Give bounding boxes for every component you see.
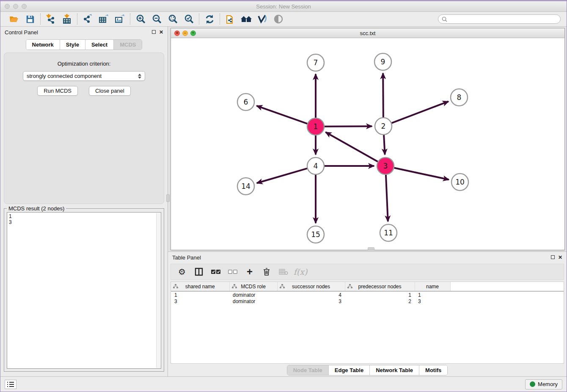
graph-edge[interactable] [386, 175, 388, 221]
import-table-icon[interactable] [61, 14, 73, 25]
tab-mcds[interactable]: MCDS [114, 40, 142, 50]
tab-network-table[interactable]: Network Table [370, 365, 419, 375]
graph-node-label: 15 [311, 230, 320, 239]
open-session-icon[interactable] [8, 14, 20, 25]
graph-edge[interactable] [326, 132, 378, 161]
graph-node-label: 7 [314, 58, 318, 67]
search-icon [442, 17, 447, 22]
copy-network-icon[interactable] [224, 14, 236, 25]
close-panel-icon[interactable]: ✕ [159, 30, 163, 35]
float-table-panel-icon[interactable] [551, 255, 555, 260]
table-tabs: Node Table Edge Table Network Table Moti… [287, 365, 448, 375]
network-window-titlebar[interactable]: ✕ − + scc.txt [171, 28, 564, 38]
graph-node-label: 8 [457, 93, 462, 102]
table-cell[interactable]: 4 [277, 291, 345, 298]
mcds-options-panel: Optimization criterion: strongly connect… [4, 52, 164, 204]
column-header-label: successor nodes [292, 284, 330, 290]
graph-edge[interactable] [256, 106, 307, 124]
table-cell[interactable]: 3 [415, 298, 450, 305]
save-session-icon[interactable] [24, 14, 36, 25]
graph-edge[interactable] [257, 168, 307, 183]
table-panel-title: Table Panel [172, 254, 201, 261]
graph-node-label: 14 [241, 182, 250, 190]
column-header[interactable]: name [415, 282, 450, 291]
table-settings-icon[interactable]: ⚙ [177, 267, 187, 277]
style-toggle-icon[interactable] [256, 14, 268, 25]
column-header[interactable]: predecessor nodes [345, 282, 415, 291]
graph-node-label: 6 [244, 98, 248, 106]
network-splitter-grip[interactable] [368, 247, 374, 250]
result-scrollbar[interactable] [156, 213, 160, 368]
node-table[interactable]: shared nameMCDS rolesuccessor nodesprede… [171, 282, 564, 364]
search-box[interactable] [438, 14, 561, 24]
result-line: 1 [9, 213, 159, 219]
column-header[interactable]: MCDS role [229, 282, 277, 291]
network-canvas[interactable]: 7968124314101511 [171, 38, 564, 250]
table-row[interactable]: 1dominator411 [171, 291, 564, 298]
memory-button[interactable]: Memory [525, 379, 562, 389]
app-title: Session: New Session [0, 3, 567, 10]
table-cell[interactable]: 1 [415, 291, 450, 298]
mcds-result-text[interactable]: 13 [7, 212, 161, 369]
task-history-icon[interactable] [5, 380, 17, 389]
deselect-all-columns-icon[interactable] [228, 267, 238, 277]
home-view-icon[interactable] [240, 14, 252, 25]
tab-edge-table[interactable]: Edge Table [329, 365, 370, 375]
table-cell[interactable]: 3 [277, 298, 345, 305]
zoom-in-icon[interactable] [135, 14, 146, 25]
export-network-icon[interactable] [82, 14, 94, 25]
panel-splitter-grip[interactable] [166, 194, 170, 202]
graph-node-label: 3 [383, 162, 388, 170]
column-header[interactable]: successor nodes [277, 282, 345, 291]
criterion-dropdown[interactable]: strongly connected component [23, 71, 145, 81]
export-image-icon[interactable] [114, 14, 126, 25]
export-table-icon[interactable] [98, 14, 110, 25]
graph-edge[interactable] [384, 135, 385, 155]
application-window: Session: New Session [0, 0, 567, 392]
select-all-columns-icon[interactable] [211, 267, 221, 277]
tab-motifs[interactable]: Motifs [419, 365, 447, 375]
graph-edge[interactable] [394, 168, 449, 179]
tab-select[interactable]: Select [85, 40, 114, 50]
table-toolbar: ⚙ + f [171, 264, 564, 280]
graph-edge[interactable] [383, 73, 383, 117]
app-titlebar: Session: New Session [0, 0, 567, 12]
visibility-toggle-icon [272, 14, 284, 25]
add-column-icon[interactable]: + [245, 267, 255, 277]
table-cell[interactable]: 3 [171, 298, 229, 305]
network-graph[interactable]: 7968124314101511 [171, 38, 564, 250]
table-row[interactable]: 3dominator323 [171, 298, 564, 305]
table-cell[interactable]: 1 [171, 291, 229, 298]
criterion-dropdown-value: strongly connected component [27, 73, 102, 79]
column-layout-icon[interactable] [194, 267, 204, 277]
graph-edge[interactable] [392, 102, 449, 123]
tab-style[interactable]: Style [60, 40, 85, 50]
graph-node-label: 11 [384, 229, 393, 237]
zoom-fit-icon[interactable] [167, 14, 179, 25]
zoom-selected-icon[interactable] [183, 14, 195, 25]
apply-layout-icon[interactable] [204, 14, 215, 25]
delete-column-icon[interactable] [261, 267, 272, 277]
close-table-panel-icon[interactable]: ✕ [558, 255, 562, 260]
table-cell[interactable]: dominator [229, 298, 277, 305]
memory-status-icon [530, 381, 535, 387]
tab-network[interactable]: Network [26, 40, 60, 50]
close-panel-button[interactable]: Close panel [89, 86, 131, 96]
graph-node-label: 10 [455, 178, 465, 186]
tab-node-table[interactable]: Node Table [287, 365, 329, 375]
column-header[interactable]: shared name [171, 282, 229, 291]
import-network-icon[interactable] [45, 14, 57, 25]
memory-button-label: Memory [538, 381, 558, 387]
search-input[interactable] [449, 16, 557, 22]
run-mcds-button[interactable]: Run MCDS [37, 86, 78, 96]
zoom-out-icon[interactable] [151, 14, 162, 25]
table-cell[interactable]: dominator [229, 291, 277, 298]
table-cell[interactable]: 1 [345, 291, 415, 298]
function-builder-icon: f(x) [295, 267, 306, 277]
graph-edge[interactable] [325, 126, 372, 127]
main-toolbar [0, 12, 567, 27]
float-panel-icon[interactable] [152, 30, 156, 35]
table-cell[interactable]: 2 [345, 298, 415, 305]
column-tree-icon [232, 284, 237, 289]
column-tree-icon [347, 284, 352, 289]
